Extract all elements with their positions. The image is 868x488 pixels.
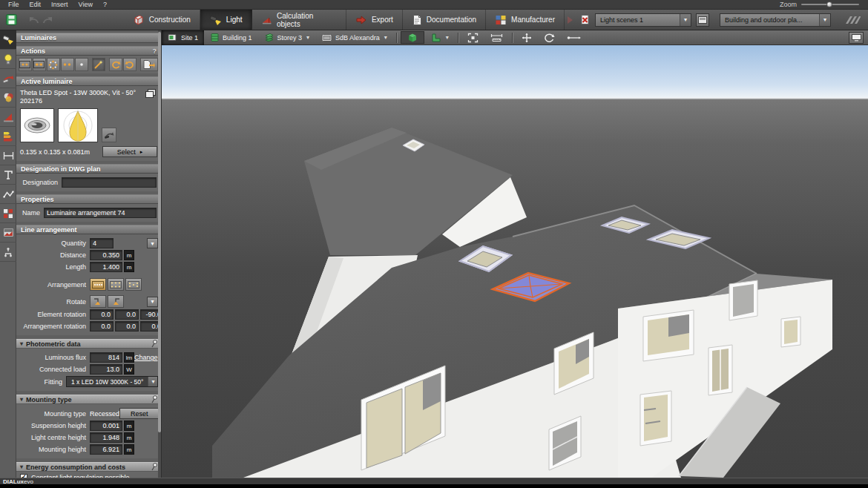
wizard-button[interactable] [92,58,105,71]
zoom-slider-knob[interactable] [826,1,832,7]
tool-connections[interactable] [0,243,16,262]
single-luminaire-button[interactable] [75,58,88,71]
tool-polyline[interactable] [0,185,16,204]
tab-light[interactable]: Light [200,10,252,30]
play-light-scene-icon[interactable] [565,15,575,25]
tab-documentation[interactable]: Documentation [403,10,486,30]
tool-luminaires[interactable] [0,30,16,50]
line-arrangement-button[interactable] [33,58,46,71]
light-centre-height-input[interactable] [90,432,122,443]
arrangement-option-3[interactable] [125,278,142,291]
menu-view[interactable]: View [73,1,98,8]
name-input[interactable] [44,208,157,218]
solid-view-button[interactable] [401,31,424,44]
pin-icon[interactable] [151,395,157,403]
select-luminaire-button[interactable]: Select ▸ [102,146,157,157]
measure-button[interactable] [484,30,509,45]
distance-input[interactable] [90,250,122,260]
element-rotation-x[interactable] [90,309,114,320]
single-arrangement-button[interactable] [19,58,32,71]
pin-icon[interactable] [151,463,157,471]
chevron-down-icon[interactable]: ▾ [680,14,691,26]
menu-insert[interactable]: Insert [46,1,73,8]
redo-icon[interactable] [42,15,54,25]
site-button[interactable]: Site 1 [162,30,204,45]
catalogue-icon[interactable] [145,89,156,98]
luminous-flux-input[interactable] [90,352,122,363]
chevron-down-icon[interactable]: ▾ [446,34,449,41]
move-button[interactable] [516,30,538,45]
collapse-icon[interactable]: ▾ [20,396,23,403]
panel-scrollbar[interactable] [158,30,161,478]
tool-dimensions[interactable] [0,146,16,165]
tool-maintenance[interactable] [0,69,16,88]
rotate-right-button[interactable] [108,295,124,308]
pair-arrangement-button[interactable] [61,58,74,71]
mounting-header[interactable]: ▾ Mounting type [16,395,161,404]
tool-lamps[interactable] [0,50,16,69]
floorplan-view-button[interactable]: ▾ [425,30,455,45]
tool-scene-view[interactable] [0,223,16,243]
chevron-down-icon[interactable]: ▾ [306,34,309,41]
help-icon[interactable]: ? [153,47,157,55]
undo-icon[interactable] [27,15,39,25]
designation-input[interactable] [62,177,157,188]
rotate-ccw-action-button[interactable] [109,58,122,71]
fitting-dropdown[interactable]: 1 x LED 10W 3000K - 50° ▾ [66,376,158,387]
storey-button[interactable]: Storey 3 ▾ [258,30,316,45]
rotate-options-button[interactable]: ▾ [147,297,158,307]
pin-icon[interactable] [151,340,157,348]
arrangement-rotation-x[interactable] [90,321,114,332]
3d-viewport[interactable] [162,45,868,478]
display-options-button[interactable] [849,32,864,44]
arrangement-option-1[interactable] [90,278,106,291]
connected-load-input[interactable] [90,364,122,375]
zoom-fit-button[interactable] [461,30,484,45]
photometric-header[interactable]: ▾ Photometric data [16,339,161,349]
tab-export[interactable]: Export [346,10,403,30]
rotate-left-button[interactable] [90,295,106,308]
room-button[interactable]: SdB Alexandra ▾ [315,30,393,45]
element-rotation-y[interactable] [115,309,139,320]
save-button[interactable] [0,10,23,30]
menu-help[interactable]: ? [98,1,112,8]
circle-arrangement-button[interactable] [47,58,60,71]
light-scene-editor-button[interactable] [696,13,709,27]
tool-assessment-zones[interactable] [0,204,16,223]
roof-surfaces-icon[interactable] [843,15,861,25]
menu-edit[interactable]: Edit [24,1,47,8]
edit-photometry-button[interactable] [102,128,116,142]
light-scenes-dropdown[interactable]: Light scenes 1 ▾ [595,13,691,27]
change-link[interactable]: Change [134,354,158,361]
view-mode-dropdown[interactable]: Building and outdoor pla... ▾ [720,13,831,27]
zoom-slider[interactable] [801,4,859,5]
arrangement-rotation-y[interactable] [115,321,139,332]
distance-button[interactable] [561,30,588,45]
tab-construction[interactable]: Construction [124,10,200,30]
tool-light-colors[interactable] [0,88,16,108]
chevron-down-icon[interactable]: ▾ [148,377,157,386]
suspension-height-input[interactable] [90,421,122,431]
menu-file[interactable]: File [3,1,24,8]
chevron-down-icon[interactable]: ▾ [384,34,387,41]
quantity-input[interactable] [90,238,114,248]
mounting-height-input[interactable] [90,444,122,455]
arrangement-option-2[interactable] [108,278,124,291]
chevron-down-icon[interactable]: ▾ [819,14,830,26]
rotate-cw-action-button[interactable] [123,58,137,71]
building-button[interactable]: Building 1 [204,30,258,45]
tool-energy-efficiency[interactable] [0,127,16,146]
rotate-button[interactable] [538,30,561,45]
tool-light-distribution[interactable] [0,108,16,127]
length-input[interactable] [90,262,122,272]
light-distribution-thumbnail[interactable] [58,108,98,142]
quantity-options-button[interactable]: ▾ [147,238,158,248]
delete-light-scene-icon[interactable] [579,14,591,25]
tab-calculation-objects[interactable]: Calculation objects [252,10,346,30]
collapse-icon[interactable]: ▾ [20,464,23,470]
energy-header[interactable]: ▾ Energy consumption and costs [16,462,161,472]
tab-manufacturer[interactable]: Manufacturer [486,10,565,30]
move-to-storey-button[interactable] [140,58,159,71]
collapse-icon[interactable]: ▾ [20,340,23,347]
tool-text[interactable] [0,165,16,185]
